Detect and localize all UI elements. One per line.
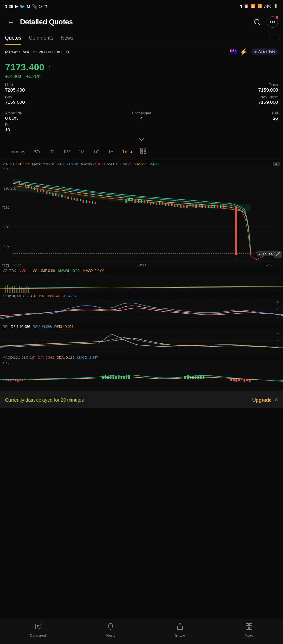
yt-icon: ▶ (15, 4, 18, 8)
svg-rect-54 (171, 203, 173, 206)
svg-rect-2 (141, 148, 143, 150)
watchlist-button[interactable]: ♥ Watchlists (251, 48, 278, 55)
fall-item: Fall 26 (187, 111, 278, 121)
svg-rect-36 (89, 201, 90, 203)
svg-line-1 (258, 23, 260, 25)
delay-close-button[interactable]: × (275, 397, 278, 403)
svg-rect-22 (46, 191, 48, 194)
aus-flag: 🇦🇺 (230, 48, 238, 56)
signal-icon: 📶 (257, 4, 262, 8)
status-time: 1:29 ▶ 🐦 M 📎 ▷ ⬚ (5, 4, 47, 9)
svg-rect-38 (95, 202, 96, 204)
price-change-pct: +0.20% (26, 74, 41, 79)
period-1y[interactable]: 1Y (104, 147, 118, 157)
period-intraday[interactable]: Intraday (5, 147, 30, 157)
period-1d[interactable]: 1D (44, 147, 59, 157)
svg-rect-112 (105, 375, 106, 379)
nav-more[interactable]: More (245, 623, 253, 638)
search-button[interactable] (252, 16, 263, 28)
svg-rect-123 (187, 375, 189, 379)
period-1m[interactable]: 1M (74, 147, 89, 157)
expand-chart-button[interactable] (274, 251, 282, 258)
main-chart[interactable]: 7196 7193.200 7189 7183 7177 7171 (0, 167, 283, 268)
amplitude-item: Amplitude 0.65% (5, 111, 96, 121)
back-button[interactable]: ← (5, 16, 16, 28)
svg-rect-61 (192, 204, 194, 207)
svg-rect-81 (14, 286, 15, 293)
svg-rect-80 (12, 286, 13, 293)
svg-rect-86 (26, 286, 27, 293)
nav-share[interactable]: Share (175, 623, 185, 638)
tabs-menu-icon[interactable] (271, 36, 278, 40)
period-1m-active[interactable]: 1m ▲ (118, 147, 137, 157)
x-axis-labels: 03/27 23:30 03/28 (0, 263, 283, 267)
svg-rect-3 (144, 148, 146, 150)
svg-text:80: 80 (276, 300, 280, 303)
svg-rect-64 (202, 205, 203, 208)
paperclip-icon: 📎 (32, 4, 37, 9)
header: ← Detailed Quotes ••• (0, 13, 283, 31)
alerts-icon (107, 623, 114, 632)
rise-row: Rise 19 (0, 123, 283, 135)
svg-rect-142 (250, 624, 252, 626)
svg-rect-46 (147, 201, 148, 203)
svg-rect-111 (102, 376, 104, 379)
svg-rect-143 (250, 627, 252, 629)
svg-rect-31 (74, 198, 75, 200)
price-section: 7173.400 ↑ +14.400 +0.20% High 7205.400 … (0, 59, 283, 109)
svg-rect-37 (92, 201, 93, 204)
tab-comments[interactable]: Comments (29, 31, 53, 45)
delay-text: Currently data delayed for 20 minutes (5, 397, 249, 402)
svg-rect-13 (19, 182, 20, 185)
svg-text:20: 20 (276, 316, 280, 319)
heart-icon: ♥ (254, 50, 257, 54)
macd-value-label: MACD:-1.347 (77, 356, 98, 359)
svg-rect-48 (153, 202, 154, 204)
svg-rect-41 (132, 198, 133, 201)
nav-comment[interactable]: Comment (30, 623, 46, 638)
svg-rect-15 (25, 184, 26, 187)
tab-news[interactable]: News (61, 31, 73, 45)
period-1q[interactable]: 1Q (89, 147, 104, 157)
screen-icon: ⬚ (43, 4, 47, 8)
low-item: Low 7159.000 (5, 95, 96, 105)
svg-rect-30 (71, 197, 72, 200)
gmail-icon: M (27, 4, 30, 9)
time-display: 1:29 (5, 4, 13, 9)
chart-settings-button[interactable] (137, 145, 149, 158)
nav-alerts[interactable]: Alerts (106, 623, 116, 638)
svg-rect-27 (61, 195, 63, 197)
volume-label: VOLUME:0.00 (33, 269, 55, 273)
svg-rect-56 (177, 204, 178, 207)
svg-rect-33 (80, 199, 81, 201)
rsi-chart: 70 50 30 (0, 329, 283, 354)
svg-rect-45 (144, 200, 145, 203)
rise-value: 19 (5, 127, 278, 132)
svg-rect-83 (19, 286, 20, 293)
period-5d[interactable]: 5D (30, 147, 44, 157)
flash-icon: ⚡ (240, 48, 247, 56)
ma1000-label: MA1000: (133, 162, 147, 166)
kdj-j: J:14.292 (63, 294, 76, 298)
period-1w[interactable]: 1W (59, 147, 74, 157)
tab-quotes[interactable]: Quotes (5, 31, 21, 45)
svg-rect-65 (205, 205, 206, 208)
stats-row: Amplitude 0.65% Unchanged 4 Fall 26 (0, 109, 283, 123)
comment-icon (34, 623, 42, 632)
play-icon: ▷ (39, 4, 42, 8)
rsi3-label: RSI3:19.231 (54, 325, 74, 329)
svg-rect-4 (144, 152, 146, 153)
svg-rect-25 (55, 193, 57, 196)
svg-rect-133 (238, 379, 240, 381)
svg-rect-134 (241, 379, 242, 380)
expand-chevron[interactable] (0, 135, 283, 144)
svg-rect-59 (186, 205, 188, 208)
menu-button[interactable]: ••• (267, 16, 278, 28)
ma-count[interactable]: 4↓ (273, 162, 280, 166)
nfc-icon: N (239, 4, 242, 8)
upgrade-button[interactable]: Upgrade (252, 397, 272, 402)
kdj-d: D:60.648 (47, 294, 61, 298)
svg-rect-122 (184, 376, 186, 379)
svg-rect-49 (156, 203, 157, 205)
svg-rect-130 (230, 379, 232, 381)
